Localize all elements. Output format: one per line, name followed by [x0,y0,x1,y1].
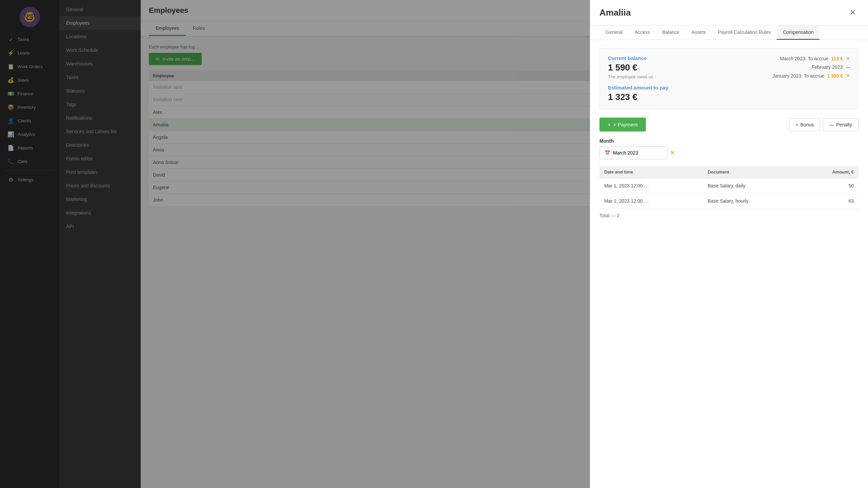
bonus-button[interactable]: + Bonus [789,118,820,131]
balance-right: March 2023: To accrue 113 € ✕ February 2… [772,55,850,82]
tab-detail-general[interactable]: General [599,25,629,40]
tab-detail-balance[interactable]: Balance [656,25,686,40]
detail-tabs: General Access Balance Assets Payroll Ca… [590,25,868,40]
tab-detail-payroll[interactable]: Payroll Calculation Rules [712,25,777,40]
records-table-header-row: Date and time Document Amount, € [599,166,859,178]
current-balance-label: Current balance [608,55,668,61]
estimated-label: Estimated amount to pay [608,85,668,90]
accrual-remove-march[interactable]: ✕ [846,55,850,62]
action-row: + + Payment + Bonus — Penalty [599,118,859,131]
record-amount: 63 [799,194,859,209]
estimated-amount: 1 323 € [608,92,668,102]
detail-title: Amaliia [599,7,631,18]
record-document: Base Salary, daily [703,178,799,194]
record-date: Mar 1, 2023 12:00 … [599,178,703,194]
col-document: Document [703,166,799,178]
accrual-label-january: January 2023: To accrue [772,73,824,79]
penalty-button[interactable]: — Penalty [823,118,859,131]
accrual-amount-january: 1 300 € [827,73,843,79]
payment-button[interactable]: + + Payment [599,118,646,131]
accrual-row-march: March 2023: To accrue 113 € ✕ [772,55,850,62]
month-label: Month [599,138,859,144]
month-input[interactable]: 📅 March 2023 [599,146,667,159]
detail-body: Current balance 1 590 € The employee owe… [590,40,868,488]
record-row: Mar 1, 2023 12:00 … Base Salary, daily 5… [599,178,859,194]
balance-note: The employee owes us [608,74,668,79]
accrual-remove-january[interactable]: ✕ [846,73,850,79]
col-amount: Amount, € [799,166,859,178]
balance-left: Current balance 1 590 € The employee owe… [608,55,668,102]
accrual-amount-march: 113 € [831,56,843,61]
record-document: Base Salary, hourly [703,194,799,209]
accrual-row-january: January 2023: To accrue 1 300 € ✕ [772,73,850,79]
current-balance-amount: 1 590 € [608,62,668,73]
balance-section: Current balance 1 590 € The employee owe… [599,48,859,109]
accrual-row-february: February 2023: — [772,64,850,70]
detail-panel: Amaliia ✕ General Access Balance Assets … [590,0,868,488]
record-row: Mar 1, 2023 12:00 … Base Salary, hourly … [599,194,859,209]
close-button[interactable]: ✕ [847,7,859,18]
detail-header: Amaliia ✕ [590,0,868,25]
record-date: Mar 1, 2023 12:00 … [599,194,703,209]
col-date: Date and time [599,166,703,178]
overlay: Amaliia ✕ General Access Balance Assets … [0,0,868,488]
month-input-row: 📅 March 2023 ✕ [599,146,859,159]
penalty-minus-icon: — [829,122,834,127]
month-section: Month 📅 March 2023 ✕ [599,138,859,159]
plus-icon: + [608,122,611,127]
tab-detail-compensation[interactable]: Compensation [777,25,820,40]
records-table: Date and time Document Amount, € Mar 1, … [599,166,859,209]
total-label: Total — 2 [599,213,619,218]
tab-detail-access[interactable]: Access [629,25,656,40]
month-clear-button[interactable]: ✕ [670,149,675,157]
btn-group: + Bonus — Penalty [789,118,859,131]
accrual-label-february: February 2023: — [812,64,850,70]
total-row: Total — 2 [599,209,859,222]
calendar-icon: 📅 [605,150,610,156]
record-amount: 50 [799,178,859,194]
accrual-label-march: March 2023: To accrue [780,56,828,61]
month-value: March 2023 [613,150,638,156]
bonus-plus-icon: + [795,122,798,127]
tab-detail-assets[interactable]: Assets [686,25,712,40]
